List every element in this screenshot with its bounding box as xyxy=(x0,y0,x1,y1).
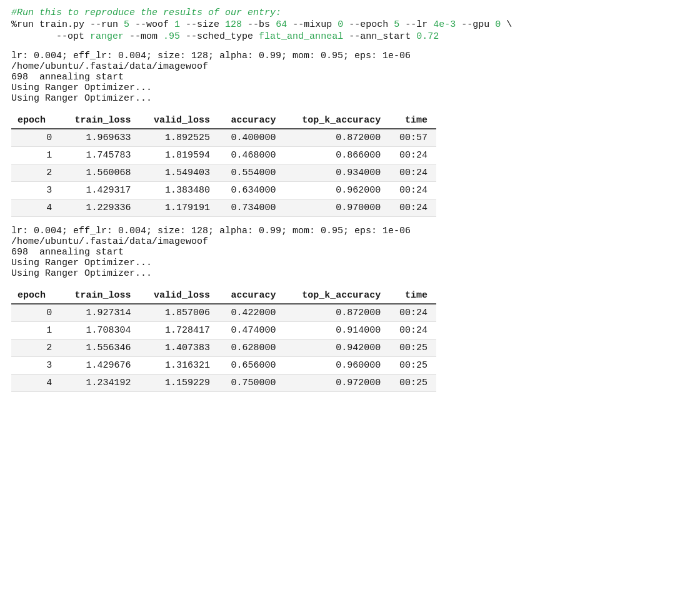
table-cell: 0 xyxy=(11,129,61,147)
table-2-header: epoch train_loss valid_loss accuracy top… xyxy=(11,288,436,304)
table-cell: 0.734000 xyxy=(219,199,285,217)
table-cell: 0.934000 xyxy=(285,164,390,182)
table-cell: 00:25 xyxy=(389,357,436,375)
table-cell: 2 xyxy=(11,164,61,182)
table-row: 31.4296761.3163210.6560000.96000000:25 xyxy=(11,357,436,375)
table-cell: 0.628000 xyxy=(219,340,285,357)
table-1-body: 01.9696331.8925250.4000000.87200000:5711… xyxy=(11,129,436,217)
table-cell: 1.316321 xyxy=(140,357,219,375)
command-line: %run train.py --run 5 --woof 1 --size 12… xyxy=(11,19,689,30)
table-cell: 0.960000 xyxy=(285,357,390,375)
table-cell: 0.972000 xyxy=(285,375,390,392)
mom-val: .95 xyxy=(163,31,180,42)
table-cell: 0.942000 xyxy=(285,340,390,357)
table-cell: 1.383480 xyxy=(140,182,219,199)
table-cell: 00:24 xyxy=(389,164,436,182)
output-block-1: lr: 0.004; eff_lr: 0.004; size: 128; alp… xyxy=(11,51,689,104)
table-cell: 0.872000 xyxy=(285,304,390,322)
table-cell: 0.866000 xyxy=(285,147,390,164)
epoch-table-1: epoch train_loss valid_loss accuracy top… xyxy=(11,113,436,217)
table-cell: 0.872000 xyxy=(285,129,390,147)
table-cell: 00:24 xyxy=(389,199,436,217)
col-valid-loss-1: valid_loss xyxy=(140,113,219,129)
table-cell: 1.969633 xyxy=(61,129,139,147)
table-cell: 1.429676 xyxy=(61,357,139,375)
table-cell: 1.819594 xyxy=(140,147,219,164)
lr-val: 4e-3 xyxy=(433,19,456,30)
comment-line: #Run this to reproduce the results of ou… xyxy=(11,8,689,18)
table-cell: 0.468000 xyxy=(219,147,285,164)
table-cell: 0.554000 xyxy=(219,164,285,182)
col-epoch-2: epoch xyxy=(11,288,61,304)
table-cell: 00:57 xyxy=(389,129,436,147)
table-row: 11.7083041.7284170.4740000.91400000:24 xyxy=(11,322,436,340)
col-topk-2: top_k_accuracy xyxy=(285,288,390,304)
table-row: 11.7457831.8195940.4680000.86600000:24 xyxy=(11,147,436,164)
table-cell: 1 xyxy=(11,322,61,340)
epoch-val: 5 xyxy=(394,19,399,30)
table-cell: 1.560068 xyxy=(61,164,139,182)
col-epoch-1: epoch xyxy=(11,113,61,129)
results-table-1: epoch train_loss valid_loss accuracy top… xyxy=(11,113,436,217)
epoch-table-2: epoch train_loss valid_loss accuracy top… xyxy=(11,288,436,392)
mixup-val: 0 xyxy=(338,19,343,30)
table-cell: 1.708304 xyxy=(61,322,139,340)
table-cell: 1.556346 xyxy=(61,340,139,357)
table-2-body: 01.9273141.8570060.4220000.87200000:2411… xyxy=(11,304,436,392)
col-time-1: time xyxy=(389,113,436,129)
table-cell: 0.962000 xyxy=(285,182,390,199)
table-cell: 00:25 xyxy=(389,340,436,357)
table-cell: 00:24 xyxy=(389,322,436,340)
table-cell: 0.474000 xyxy=(219,322,285,340)
table-row: 01.9696331.8925250.4000000.87200000:57 xyxy=(11,129,436,147)
output-block-2: lr: 0.004; eff_lr: 0.004; size: 128; alp… xyxy=(11,226,689,279)
col-train-loss-2: train_loss xyxy=(61,288,139,304)
table-row: 31.4293171.3834800.6340000.96200000:24 xyxy=(11,182,436,199)
table-cell: 0.422000 xyxy=(219,304,285,322)
command-line-2: --opt ranger --mom .95 --sched_type flat… xyxy=(11,31,689,42)
woof-val: 1 xyxy=(174,19,180,30)
table-cell: 1.728417 xyxy=(140,322,219,340)
col-accuracy-2: accuracy xyxy=(219,288,285,304)
table-cell: 3 xyxy=(11,182,61,199)
bs-val: 64 xyxy=(276,19,287,30)
table-cell: 0.750000 xyxy=(219,375,285,392)
table-cell: 1.179191 xyxy=(140,199,219,217)
table-cell: 1.407383 xyxy=(140,340,219,357)
table-cell: 4 xyxy=(11,375,61,392)
sched-val: flat_and_anneal xyxy=(259,31,343,42)
table-row: 01.9273141.8570060.4220000.87200000:24 xyxy=(11,304,436,322)
table-cell: 0.400000 xyxy=(219,129,285,147)
table-1-header: epoch train_loss valid_loss accuracy top… xyxy=(11,113,436,129)
table-cell: 1.549403 xyxy=(140,164,219,182)
table-cell: 0 xyxy=(11,304,61,322)
table-row: 41.2293361.1791910.7340000.97000000:24 xyxy=(11,199,436,217)
table-cell: 1.229336 xyxy=(61,199,139,217)
run-command: %run train.py --run xyxy=(11,19,124,30)
run-val: 5 xyxy=(124,19,129,30)
table-cell: 0.634000 xyxy=(219,182,285,199)
col-accuracy-1: accuracy xyxy=(219,113,285,129)
col-time-2: time xyxy=(389,288,436,304)
size-val: 128 xyxy=(225,19,242,30)
table-cell: 1 xyxy=(11,147,61,164)
table-cell: 1.927314 xyxy=(61,304,139,322)
table-cell: 1.159229 xyxy=(140,375,219,392)
table-cell: 0.656000 xyxy=(219,357,285,375)
table-cell: 1.857006 xyxy=(140,304,219,322)
opt-val: ranger xyxy=(90,31,124,42)
col-train-loss-1: train_loss xyxy=(61,113,139,129)
results-table-2: epoch train_loss valid_loss accuracy top… xyxy=(11,288,436,392)
table-row: 21.5600681.5494030.5540000.93400000:24 xyxy=(11,164,436,182)
table-row: 21.5563461.4073830.6280000.94200000:25 xyxy=(11,340,436,357)
table-cell: 2 xyxy=(11,340,61,357)
table-cell: 1.429317 xyxy=(61,182,139,199)
table-cell: 1.234192 xyxy=(61,375,139,392)
table-cell: 4 xyxy=(11,199,61,217)
table-cell: 0.914000 xyxy=(285,322,390,340)
table-cell: 00:24 xyxy=(389,182,436,199)
table-cell: 00:24 xyxy=(389,304,436,322)
col-valid-loss-2: valid_loss xyxy=(140,288,219,304)
table-cell: 00:24 xyxy=(389,147,436,164)
gpu-val: 0 xyxy=(495,19,501,30)
